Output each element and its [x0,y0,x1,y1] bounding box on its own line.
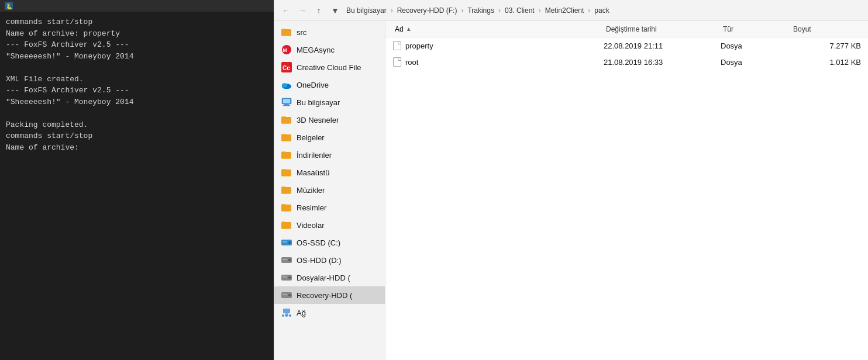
creative-cloud-icon: Cc [281,62,292,72]
svg-rect-12 [283,99,290,103]
breadcrumb-item[interactable]: Trakings [466,5,496,16]
sidebar-item-videolar[interactable]: Videolar [274,216,385,234]
sidebar-item-dosyalar[interactable]: Dosyalar-HDD ( [274,269,385,286]
python-icon: 🐍 [5,2,13,10]
sidebar-item-label: MEGAsync [297,46,335,54]
sidebar-item-belgeler[interactable]: Belgeler [274,129,385,146]
column-header-tür[interactable]: Tür [721,24,791,34]
svg-rect-38 [283,241,287,243]
terminal-line: "Sheeeeesh!" - Moneyboy 2014 [6,96,268,108]
sidebar-item-label: Müzikler [297,186,325,195]
svg-rect-35 [281,222,291,229]
svg-rect-14 [283,105,290,106]
network-icon [281,307,292,318]
column-header-değiştirme-tarihi[interactable]: Değiştirme tarihi [604,24,721,34]
terminal-panel: 🐍 commands start/stopName of archive: pr… [0,0,274,360]
svg-point-52 [289,314,291,317]
svg-rect-23 [281,152,291,158]
sidebar-item-indirilenler[interactable]: İndirilenler [274,146,385,164]
svg-point-40 [288,259,291,261]
terminal-line: "Sheeeeesh!" - Moneyboy 2014 [6,51,268,63]
breadcrumb-separator: › [538,6,542,15]
terminal-line: --- FoxFS Archiver v2.5 --- [6,85,268,96]
terminal-line: Name of archive: [6,142,268,154]
masaustu-icon [281,167,292,178]
sidebar-item-src[interactable]: src [274,23,385,41]
recent-button[interactable]: ▼ [328,4,342,18]
terminal-line [6,62,268,74]
sidebar-item-megasync[interactable]: MMEGAsync [274,41,385,58]
svg-rect-26 [281,169,291,176]
address-bar: ← → ↑ ▼ Bu bilgisayar›Recovery-HDD (F:)›… [274,0,868,21]
sidebar-item-label: Videolar [297,221,324,230]
svg-point-46 [288,294,291,296]
svg-rect-29 [281,187,291,193]
terminal-line: commands start/stop [6,130,268,142]
svg-point-51 [285,314,288,317]
svg-rect-44 [283,276,287,278]
terminal-line: Name of archive: property [6,28,268,40]
svg-text:M: M [283,47,288,53]
breadcrumb-item[interactable]: pack [593,5,611,16]
table-row[interactable]: property22.08.2019 21:11Dosya7.277 KB [385,37,868,54]
sidebar-item-masaustu[interactable]: Masaüstü [274,164,385,181]
3d-icon [281,115,292,125]
terminal-line [6,108,268,119]
sidebar-item-oshdd[interactable]: OS-HDD (D:) [274,251,385,269]
svg-rect-48 [283,309,290,313]
sidebar-item-creative-cloud[interactable]: CcCreative Cloud File [274,58,385,76]
sidebar-item-network[interactable]: Ağ [274,304,385,321]
sidebar-item-label: Creative Cloud File [297,63,361,72]
terminal-line: commands start/stop [6,16,268,28]
sidebar-item-osssd[interactable]: OS-SSD (C:) [274,234,385,251]
breadcrumb-separator: › [460,6,464,15]
sidebar-item-resimler[interactable]: Resimler [274,199,385,216]
svg-point-43 [288,276,291,279]
terminal-line: --- FoxFS Archiver v2.5 --- [6,39,268,51]
sidebar-item-label: OS-SSD (C:) [297,238,340,247]
content-area: srcMMEGAsyncCcCreative Cloud FileOneDriv… [274,21,868,360]
thispc-icon [281,97,292,108]
sidebar-item-3d[interactable]: 3D Nesneler [274,111,385,129]
sidebar-item-label: Masaüstü [297,168,329,177]
file-rows: property22.08.2019 21:11Dosya7.277 KBroo… [385,37,868,360]
breadcrumb-separator: › [497,6,502,15]
sidebar-item-recovery[interactable]: Recovery-HDD ( [274,286,385,304]
table-row[interactable]: root21.08.2019 16:33Dosya1.012 KB [385,54,868,70]
breadcrumb-item[interactable]: Recovery-HDD (F:) [395,5,459,16]
dosyalar-icon [281,272,292,283]
sidebar-item-label: Dosyalar-HDD ( [297,274,350,282]
file-size: 7.277 KB [791,41,861,50]
file-icon [392,57,402,67]
sidebar-item-label: İndirilenler [297,151,332,160]
sidebar: srcMMEGAsyncCcCreative Cloud FileOneDriv… [274,21,385,360]
column-header-boyut[interactable]: Boyut [791,24,861,34]
svg-rect-4 [281,29,291,36]
oshdd-icon [281,255,292,265]
up-button[interactable]: ↑ [312,4,326,18]
sidebar-item-label: OS-HDD (D:) [297,256,342,265]
svg-text:🐍: 🐍 [6,3,13,10]
column-header-ad[interactable]: Ad▲ [392,24,604,34]
back-button[interactable]: ← [279,4,293,18]
sidebar-item-thispc[interactable]: Bu bilgisayar [274,94,385,111]
terminal-line: XML File created. [6,74,268,85]
onedrive-icon [281,79,292,90]
breadcrumb-item[interactable]: Metin2Client [543,5,586,16]
forward-button[interactable]: → [295,4,309,18]
svg-text:Cc: Cc [283,65,290,71]
column-headers: Ad▲Değiştirme tarihiTürBoyut [385,21,868,37]
sidebar-item-onedrive[interactable]: OneDrive [274,76,385,94]
svg-rect-13 [284,104,289,105]
file-name-cell: property [392,41,604,50]
belgeler-icon [281,132,292,143]
file-modified: 21.08.2019 16:33 [604,58,721,67]
svg-rect-32 [281,205,291,211]
sidebar-item-muzikler[interactable]: Müzikler [274,181,385,199]
terminal-output: commands start/stopName of archive: prop… [6,16,268,153]
sort-arrow: ▲ [406,26,412,32]
sidebar-item-label: Belgeler [297,133,325,142]
breadcrumb-item[interactable]: 03. Client [503,5,536,16]
sidebar-item-label: Ağ [297,309,306,317]
breadcrumb-item[interactable]: Bu bilgisayar [345,5,388,16]
